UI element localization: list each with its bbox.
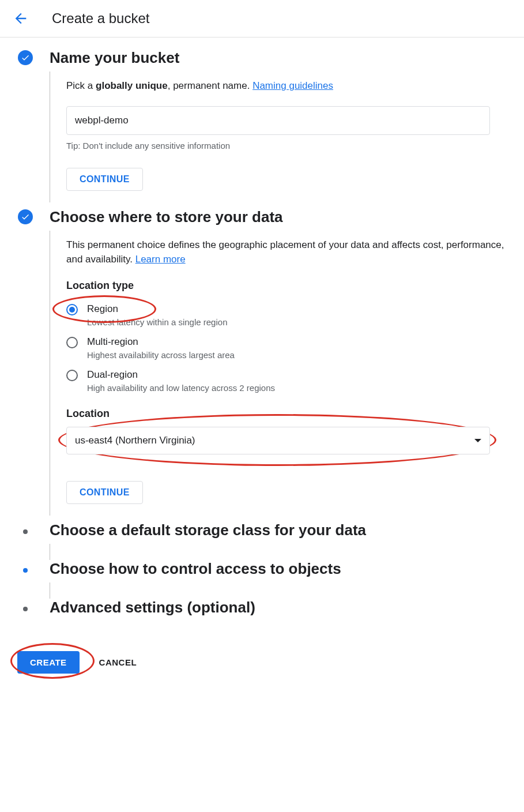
name-tip: Tip: Don't include any sensitive informa… xyxy=(66,141,507,151)
desc-text: , permanent name. xyxy=(168,80,252,91)
step-title-name: Name your bucket xyxy=(50,49,507,67)
radio-icon xyxy=(66,304,78,315)
bucket-name-input[interactable] xyxy=(66,106,490,135)
step-title-location: Choose where to store your data xyxy=(50,208,507,226)
name-description: Pick a globally unique, permanent name. … xyxy=(66,78,507,93)
page-title: Create a bucket xyxy=(52,10,149,27)
location-type-radio-group: Region Lowest latency within a single re… xyxy=(66,299,507,397)
back-arrow-icon[interactable] xyxy=(13,10,29,27)
continue-button-step2[interactable]: CONTINUE xyxy=(66,481,143,504)
radio-label: Dual-region xyxy=(87,369,507,381)
location-description: This permanent choice defines the geogra… xyxy=(66,238,507,267)
radio-sublabel: High availability and low latency across… xyxy=(87,383,507,393)
radio-multi-region[interactable]: Multi-region Highest availability across… xyxy=(66,332,507,364)
step-location-header: Choose where to store your data xyxy=(17,208,507,228)
page-header: Create a bucket xyxy=(0,0,524,37)
radio-region[interactable]: Region Lowest latency within a single re… xyxy=(66,299,507,332)
step-connector xyxy=(50,582,507,599)
step-name-bucket-header: Name your bucket xyxy=(17,49,507,69)
cancel-button[interactable]: CANCEL xyxy=(99,657,137,667)
radio-label: Region xyxy=(87,303,507,315)
step-name-bucket-body: Pick a globally unique, permanent name. … xyxy=(50,72,507,202)
step-location-body: This permanent choice defines the geogra… xyxy=(50,231,507,516)
step-connector xyxy=(50,544,507,560)
step-storage-class-header[interactable]: Choose a default storage class for your … xyxy=(17,521,507,542)
step-title-access-control: Choose how to control access to objects xyxy=(50,560,507,578)
location-type-label: Location type xyxy=(66,280,507,292)
check-icon xyxy=(18,50,33,65)
create-button[interactable]: CREATE xyxy=(17,651,80,674)
step-dot-icon xyxy=(23,607,28,611)
radio-sublabel: Highest availability across largest area xyxy=(87,350,507,360)
learn-more-link[interactable]: Learn more xyxy=(135,254,186,265)
location-select[interactable]: us-east4 (Northern Virginia) xyxy=(66,427,490,454)
radio-icon xyxy=(66,370,78,381)
radio-sublabel: Lowest latency within a single region xyxy=(87,317,507,327)
location-label: Location xyxy=(66,408,507,420)
step-dot-icon xyxy=(23,568,28,573)
naming-guidelines-link[interactable]: Naming guidelines xyxy=(252,80,333,91)
radio-dual-region[interactable]: Dual-region High availability and low la… xyxy=(66,364,507,397)
footer-actions: CREATE CANCEL xyxy=(0,638,524,686)
radio-label: Multi-region xyxy=(87,336,507,348)
location-select-value: us-east4 (Northern Virginia) xyxy=(75,435,195,446)
step-dot-icon xyxy=(23,529,28,534)
step-title-storage-class: Choose a default storage class for your … xyxy=(50,521,507,539)
step-title-advanced: Advanced settings (optional) xyxy=(50,599,507,616)
desc-bold: globally unique xyxy=(96,80,168,91)
radio-icon xyxy=(66,337,78,348)
continue-button-step1[interactable]: CONTINUE xyxy=(66,168,143,191)
desc-text: Pick a xyxy=(66,80,96,91)
step-advanced-settings-header[interactable]: Advanced settings (optional) xyxy=(17,599,507,619)
desc-text: This permanent choice defines the geogra… xyxy=(66,239,504,265)
step-access-control-header[interactable]: Choose how to control access to objects xyxy=(17,560,507,580)
chevron-down-icon xyxy=(474,439,481,442)
check-icon xyxy=(18,209,33,224)
